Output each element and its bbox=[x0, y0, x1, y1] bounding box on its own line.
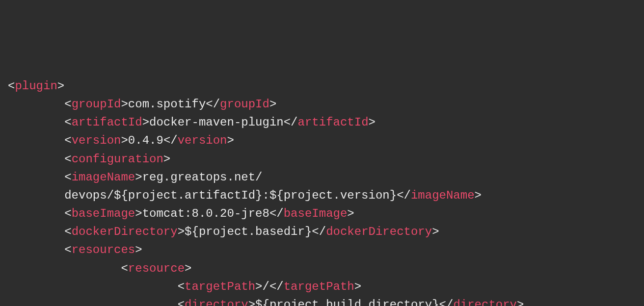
xml-tag-name: plugin bbox=[15, 79, 57, 93]
xml-tag-name: artifactId bbox=[298, 116, 369, 129]
xml-punct: > bbox=[369, 116, 376, 129]
xml-punct: > bbox=[135, 171, 142, 184]
xml-punct: < bbox=[64, 171, 71, 184]
xml-punct: > bbox=[185, 262, 191, 275]
xml-tag-name: resources bbox=[72, 243, 135, 256]
xml-punct: > bbox=[142, 116, 149, 129]
xml-punct: > bbox=[163, 153, 170, 166]
code-line: <resource> bbox=[8, 259, 636, 278]
xml-punct: > bbox=[57, 79, 64, 93]
xml-tag-name: dockerDirectory bbox=[72, 225, 178, 238]
xml-tag-name: configuration bbox=[72, 153, 163, 166]
xml-tag-name: imageName bbox=[72, 171, 135, 184]
xml-punct: > bbox=[227, 134, 234, 147]
xml-punct: </ bbox=[269, 280, 284, 293]
xml-code-block: <plugin> <groupId>com.spotify</groupId> … bbox=[8, 77, 636, 306]
xml-punct: </ bbox=[312, 225, 326, 238]
indent bbox=[8, 207, 64, 220]
xml-punct: < bbox=[64, 98, 71, 111]
xml-punct: < bbox=[64, 207, 71, 220]
xml-punct: </ bbox=[397, 189, 411, 202]
xml-text: / bbox=[263, 280, 269, 293]
xml-punct: > bbox=[432, 225, 439, 238]
indent bbox=[8, 225, 64, 238]
code-line: <dockerDirectory>${project.basedir}</doc… bbox=[8, 223, 636, 241]
xml-punct: </ bbox=[163, 134, 178, 147]
xml-text: com.spotify bbox=[128, 98, 206, 111]
code-line: <imageName>reg.greatops.net/ bbox=[8, 168, 636, 186]
code-line: <version>0.4.9</version> bbox=[8, 131, 636, 150]
xml-tag-name: resource bbox=[128, 262, 185, 275]
xml-tag-name: imageName bbox=[411, 189, 475, 202]
xml-punct: < bbox=[64, 225, 71, 238]
xml-text: docker-maven-plugin bbox=[149, 116, 284, 129]
indent bbox=[8, 171, 64, 184]
indent bbox=[8, 134, 64, 147]
xml-tag-name: baseImage bbox=[284, 207, 348, 220]
xml-punct: </ bbox=[269, 207, 284, 220]
xml-tag-name: dockerDirectory bbox=[326, 225, 432, 238]
xml-tag-name: groupId bbox=[72, 98, 121, 111]
xml-punct: < bbox=[121, 262, 128, 275]
xml-text: devops/${project.artifactId}:${project.v… bbox=[64, 189, 397, 202]
code-line: <resources> bbox=[8, 241, 636, 259]
xml-punct: > bbox=[475, 189, 482, 202]
xml-tag-name: baseImage bbox=[72, 207, 135, 220]
xml-punct: < bbox=[178, 280, 185, 293]
xml-punct: </ bbox=[439, 298, 454, 306]
xml-punct: > bbox=[121, 134, 128, 147]
xml-punct: > bbox=[354, 280, 361, 293]
xml-text: ${project.build.directory} bbox=[255, 298, 439, 306]
xml-punct: > bbox=[135, 207, 142, 220]
xml-text: 0.4.9 bbox=[128, 134, 163, 147]
indent bbox=[8, 298, 178, 306]
xml-tag-name: directory bbox=[453, 298, 517, 306]
xml-tag-name: version bbox=[72, 134, 121, 147]
indent bbox=[8, 116, 64, 129]
xml-punct: < bbox=[64, 243, 71, 256]
indent bbox=[8, 262, 121, 275]
xml-punct: < bbox=[64, 116, 71, 129]
indent bbox=[8, 280, 178, 293]
xml-punct: </ bbox=[284, 116, 298, 129]
xml-tag-name: directory bbox=[185, 298, 248, 306]
xml-tag-name: targetPath bbox=[284, 280, 354, 293]
code-line: <artifactId>docker-maven-plugin</artifac… bbox=[8, 113, 636, 131]
code-line: devops/${project.artifactId}:${project.v… bbox=[8, 186, 636, 204]
code-line: <baseImage>tomcat:8.0.20-jre8</baseImage… bbox=[8, 204, 636, 223]
xml-punct: > bbox=[517, 298, 524, 306]
xml-tag-name: groupId bbox=[220, 98, 269, 111]
xml-tag-name: artifactId bbox=[72, 116, 142, 129]
indent bbox=[8, 189, 64, 202]
xml-punct: > bbox=[248, 298, 255, 306]
xml-text: tomcat:8.0.20-jre8 bbox=[142, 207, 269, 220]
xml-punct: > bbox=[121, 98, 128, 111]
code-line: <plugin> bbox=[8, 77, 636, 95]
xml-punct: > bbox=[255, 280, 262, 293]
xml-punct: > bbox=[178, 225, 185, 238]
xml-punct: < bbox=[64, 153, 71, 166]
xml-text: reg.greatops.net/ bbox=[142, 171, 263, 184]
xml-punct: > bbox=[347, 207, 354, 220]
xml-punct: > bbox=[269, 98, 276, 111]
code-line: <directory>${project.build.directory}</d… bbox=[8, 296, 636, 306]
xml-tag-name: targetPath bbox=[185, 280, 255, 293]
xml-punct: < bbox=[64, 134, 71, 147]
xml-tag-name: version bbox=[178, 134, 227, 147]
code-line: <targetPath>/</targetPath> bbox=[8, 278, 636, 296]
xml-punct: > bbox=[135, 243, 142, 256]
indent bbox=[8, 243, 64, 256]
indent bbox=[8, 98, 64, 111]
xml-punct: < bbox=[8, 79, 15, 93]
xml-punct: </ bbox=[206, 98, 220, 111]
xml-text: ${project.basedir} bbox=[185, 225, 312, 238]
code-line: <groupId>com.spotify</groupId> bbox=[8, 95, 636, 113]
indent bbox=[8, 153, 64, 166]
xml-punct: < bbox=[178, 298, 185, 306]
code-line: <configuration> bbox=[8, 150, 636, 168]
